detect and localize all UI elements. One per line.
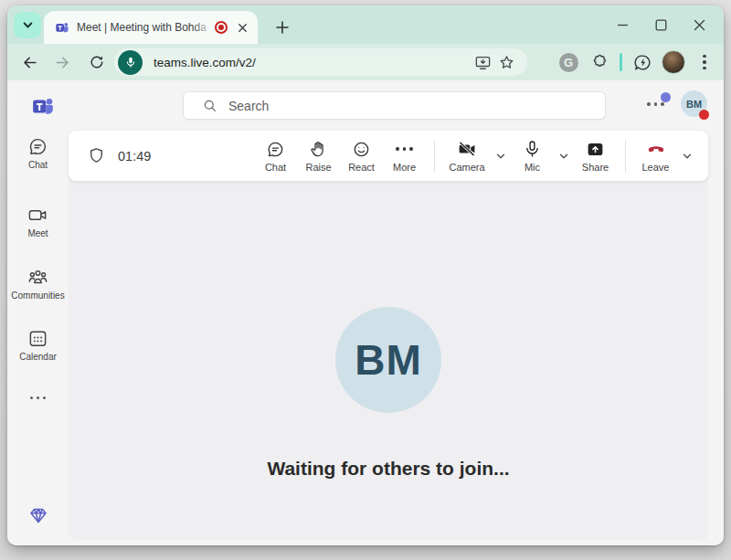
profile-avatar[interactable] [660, 48, 687, 76]
mic-button[interactable]: Mic [511, 133, 554, 179]
back-button[interactable] [15, 48, 44, 77]
extensions-area: G [555, 48, 718, 77]
grammarly-extension-icon[interactable]: G [555, 48, 582, 76]
browser-tab[interactable]: Meet | Meeting with Bohda [44, 11, 258, 44]
meeting-timer: 01:49 [118, 149, 151, 164]
sidebar-item-communities[interactable]: Communities [7, 267, 69, 301]
toolbar-divider [625, 140, 626, 173]
sidebar-item-meet[interactable]: Meet [7, 205, 69, 238]
url-text[interactable]: teams.live.com/v2/ [154, 56, 471, 69]
tab-title: Meet | Meeting with Bohda [77, 20, 213, 35]
camera-off-icon [456, 139, 478, 159]
energy-leaf-extension-icon[interactable] [629, 48, 656, 76]
chevron-down-icon [22, 19, 34, 31]
teams-sidebar: Chat Meet [7, 130, 69, 545]
chat-icon [27, 136, 48, 157]
search-bar[interactable] [183, 91, 606, 120]
presence-busy-dot [699, 110, 709, 120]
ellipsis-icon [396, 139, 412, 159]
mic-permission-icon[interactable] [118, 50, 143, 75]
recording-indicator-icon[interactable] [215, 21, 228, 34]
address-bar[interactable]: teams.live.com/v2/ [114, 48, 527, 76]
leave-options-chevron[interactable] [677, 133, 697, 179]
sidebar-gem-icon[interactable] [7, 504, 69, 526]
header-overflow-icon[interactable] [647, 102, 664, 106]
meeting-stage: 01:49 Chat [69, 131, 708, 540]
share-button[interactable]: Share [574, 133, 617, 179]
more-options-button[interactable]: More [383, 133, 426, 179]
window-controls [603, 5, 718, 44]
extensions-puzzle-icon[interactable] [586, 48, 613, 76]
people-group-icon [27, 267, 48, 288]
minimize-button[interactable] [603, 5, 641, 44]
maximize-button[interactable] [641, 5, 680, 44]
teams-logo-icon[interactable] [31, 94, 55, 118]
browser-window: Meet | Meeting with Bohda [7, 5, 724, 545]
notification-dot [661, 92, 671, 102]
search-input[interactable] [228, 99, 503, 113]
close-button[interactable] [680, 5, 718, 44]
browser-toolbar: teams.live.com/v2/ G [7, 44, 724, 80]
tab-close-icon[interactable] [234, 19, 250, 36]
calendar-icon [27, 328, 48, 349]
react-button[interactable]: React [340, 133, 383, 179]
meeting-chat-button[interactable]: Chat [254, 133, 297, 179]
bookmark-star-icon[interactable] [494, 50, 518, 74]
teams-header: BM [7, 80, 724, 130]
shield-icon[interactable] [87, 146, 106, 165]
sidebar-item-chat[interactable]: Chat [7, 136, 69, 170]
mic-icon [523, 139, 542, 159]
camera-button[interactable]: Camera [443, 133, 491, 179]
browser-menu-kebab-icon[interactable] [691, 48, 718, 76]
tab-search-button[interactable] [14, 12, 41, 38]
install-app-icon[interactable] [471, 50, 494, 74]
toolbar-divider [434, 140, 435, 173]
camera-options-chevron[interactable] [491, 133, 511, 179]
sidebar-item-calendar[interactable]: Calendar [7, 328, 69, 362]
smiley-icon [352, 140, 371, 159]
share-screen-icon [585, 140, 606, 159]
chat-icon [266, 140, 285, 159]
waiting-message: Waiting for others to join... [69, 458, 708, 480]
forward-button[interactable] [48, 48, 77, 77]
leave-button[interactable]: Leave [634, 133, 677, 179]
mic-options-chevron[interactable] [554, 133, 574, 179]
new-tab-button[interactable] [269, 14, 296, 41]
raised-hand-icon [309, 140, 328, 159]
teams-favicon-icon [55, 20, 69, 35]
toolbar-separator [620, 53, 622, 71]
video-camera-icon [27, 205, 48, 226]
hang-up-phone-icon [645, 139, 667, 159]
search-icon [202, 98, 217, 113]
sidebar-more-apps-icon[interactable] [7, 396, 69, 399]
teams-app: BM Chat [7, 80, 724, 545]
tab-strip: Meet | Meeting with Bohda [7, 5, 724, 44]
meeting-toolbar: 01:49 Chat [69, 131, 708, 181]
refresh-button[interactable] [82, 48, 111, 77]
raise-hand-button[interactable]: Raise [297, 133, 340, 179]
participant-avatar: BM [335, 307, 441, 413]
